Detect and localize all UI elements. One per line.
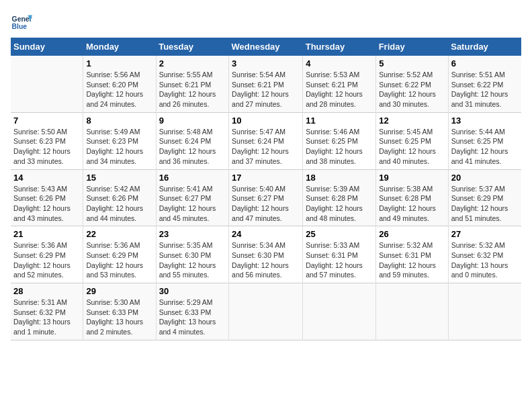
day-number: 9 bbox=[159, 116, 226, 126]
day-info: Sunrise: 5:39 AM Sunset: 6:28 PM Dayligh… bbox=[306, 184, 373, 224]
day-number: 1 bbox=[86, 58, 152, 68]
column-header-thursday: Thursday bbox=[303, 38, 376, 56]
day-info: Sunrise: 5:41 AM Sunset: 6:27 PM Dayligh… bbox=[159, 184, 226, 224]
svg-text:Blue: Blue bbox=[12, 23, 28, 30]
day-number: 2 bbox=[159, 58, 226, 68]
day-info: Sunrise: 5:48 AM Sunset: 6:24 PM Dayligh… bbox=[159, 127, 226, 167]
day-number: 12 bbox=[379, 116, 445, 126]
day-cell: 27Sunrise: 5:32 AM Sunset: 6:32 PM Dayli… bbox=[448, 226, 521, 283]
day-info: Sunrise: 5:36 AM Sunset: 6:29 PM Dayligh… bbox=[13, 240, 80, 280]
day-number: 3 bbox=[232, 58, 300, 68]
day-cell: 20Sunrise: 5:37 AM Sunset: 6:29 PM Dayli… bbox=[448, 169, 521, 226]
column-header-sunday: Sunday bbox=[11, 38, 83, 56]
column-header-saturday: Saturday bbox=[448, 38, 521, 56]
day-info: Sunrise: 5:29 AM Sunset: 6:33 PM Dayligh… bbox=[159, 298, 226, 337]
day-number: 17 bbox=[232, 173, 300, 183]
day-info: Sunrise: 5:33 AM Sunset: 6:31 PM Dayligh… bbox=[306, 240, 373, 280]
day-number: 18 bbox=[306, 173, 373, 183]
day-info: Sunrise: 5:31 AM Sunset: 6:32 PM Dayligh… bbox=[13, 298, 80, 337]
day-cell: 21Sunrise: 5:36 AM Sunset: 6:29 PM Dayli… bbox=[11, 226, 83, 283]
day-cell bbox=[448, 283, 521, 340]
day-cell: 5Sunrise: 5:52 AM Sunset: 6:22 PM Daylig… bbox=[376, 56, 449, 112]
day-info: Sunrise: 5:47 AM Sunset: 6:24 PM Dayligh… bbox=[232, 127, 300, 167]
header-row: SundayMondayTuesdayWednesdayThursdayFrid… bbox=[11, 38, 521, 56]
day-info: Sunrise: 5:45 AM Sunset: 6:25 PM Dayligh… bbox=[379, 127, 445, 167]
day-number: 21 bbox=[13, 229, 80, 239]
day-cell: 28Sunrise: 5:31 AM Sunset: 6:32 PM Dayli… bbox=[11, 283, 83, 340]
day-cell: 14Sunrise: 5:43 AM Sunset: 6:26 PM Dayli… bbox=[11, 169, 83, 226]
day-number: 24 bbox=[232, 229, 300, 239]
day-cell: 15Sunrise: 5:42 AM Sunset: 6:26 PM Dayli… bbox=[83, 169, 156, 226]
day-info: Sunrise: 5:30 AM Sunset: 6:33 PM Dayligh… bbox=[86, 298, 152, 337]
day-info: Sunrise: 5:49 AM Sunset: 6:23 PM Dayligh… bbox=[86, 127, 152, 167]
day-cell: 13Sunrise: 5:44 AM Sunset: 6:25 PM Dayli… bbox=[448, 112, 521, 169]
day-cell bbox=[303, 283, 376, 340]
column-header-tuesday: Tuesday bbox=[156, 38, 228, 56]
column-header-friday: Friday bbox=[376, 38, 449, 56]
day-number: 15 bbox=[86, 173, 152, 183]
day-info: Sunrise: 5:40 AM Sunset: 6:27 PM Dayligh… bbox=[232, 184, 300, 224]
day-number: 19 bbox=[379, 173, 445, 183]
day-number: 6 bbox=[451, 58, 519, 68]
day-number: 5 bbox=[379, 58, 445, 68]
day-number: 16 bbox=[159, 173, 226, 183]
day-number: 28 bbox=[13, 286, 80, 296]
day-cell: 1Sunrise: 5:56 AM Sunset: 6:20 PM Daylig… bbox=[83, 56, 156, 112]
day-number: 10 bbox=[232, 116, 300, 126]
day-number: 11 bbox=[306, 116, 373, 126]
day-info: Sunrise: 5:53 AM Sunset: 6:21 PM Dayligh… bbox=[306, 70, 373, 109]
day-info: Sunrise: 5:34 AM Sunset: 6:30 PM Dayligh… bbox=[232, 240, 300, 280]
day-number: 23 bbox=[159, 229, 226, 239]
day-cell: 7Sunrise: 5:50 AM Sunset: 6:23 PM Daylig… bbox=[11, 112, 83, 169]
day-number: 30 bbox=[159, 286, 226, 296]
day-cell: 11Sunrise: 5:46 AM Sunset: 6:25 PM Dayli… bbox=[303, 112, 376, 169]
day-info: Sunrise: 5:46 AM Sunset: 6:25 PM Dayligh… bbox=[306, 127, 373, 167]
day-cell: 12Sunrise: 5:45 AM Sunset: 6:25 PM Dayli… bbox=[376, 112, 449, 169]
day-number: 26 bbox=[379, 229, 445, 239]
week-row-3: 14Sunrise: 5:43 AM Sunset: 6:26 PM Dayli… bbox=[11, 169, 521, 226]
week-row-1: 1Sunrise: 5:56 AM Sunset: 6:20 PM Daylig… bbox=[11, 56, 521, 112]
day-number: 13 bbox=[451, 116, 519, 126]
day-number: 29 bbox=[86, 286, 152, 296]
day-cell: 30Sunrise: 5:29 AM Sunset: 6:33 PM Dayli… bbox=[156, 283, 228, 340]
week-row-2: 7Sunrise: 5:50 AM Sunset: 6:23 PM Daylig… bbox=[11, 112, 521, 169]
day-number: 14 bbox=[13, 173, 80, 183]
logo: General Blue bbox=[11, 11, 35, 32]
day-cell bbox=[11, 56, 83, 112]
calendar-table: SundayMondayTuesdayWednesdayThursdayFrid… bbox=[11, 38, 521, 340]
day-info: Sunrise: 5:36 AM Sunset: 6:29 PM Dayligh… bbox=[86, 240, 152, 280]
day-cell bbox=[376, 283, 449, 340]
day-info: Sunrise: 5:55 AM Sunset: 6:21 PM Dayligh… bbox=[159, 70, 226, 109]
day-cell: 29Sunrise: 5:30 AM Sunset: 6:33 PM Dayli… bbox=[83, 283, 156, 340]
day-cell: 16Sunrise: 5:41 AM Sunset: 6:27 PM Dayli… bbox=[156, 169, 228, 226]
day-number: 8 bbox=[86, 116, 152, 126]
day-cell: 25Sunrise: 5:33 AM Sunset: 6:31 PM Dayli… bbox=[303, 226, 376, 283]
day-cell: 19Sunrise: 5:38 AM Sunset: 6:28 PM Dayli… bbox=[376, 169, 449, 226]
day-cell: 10Sunrise: 5:47 AM Sunset: 6:24 PM Dayli… bbox=[229, 112, 303, 169]
day-info: Sunrise: 5:42 AM Sunset: 6:26 PM Dayligh… bbox=[86, 184, 152, 224]
day-cell: 26Sunrise: 5:32 AM Sunset: 6:31 PM Dayli… bbox=[376, 226, 449, 283]
column-header-monday: Monday bbox=[83, 38, 156, 56]
day-cell: 18Sunrise: 5:39 AM Sunset: 6:28 PM Dayli… bbox=[303, 169, 376, 226]
day-info: Sunrise: 5:37 AM Sunset: 6:29 PM Dayligh… bbox=[451, 184, 519, 224]
day-cell: 24Sunrise: 5:34 AM Sunset: 6:30 PM Dayli… bbox=[229, 226, 303, 283]
day-number: 20 bbox=[451, 173, 519, 183]
logo-icon: General Blue bbox=[11, 11, 32, 32]
day-cell: 6Sunrise: 5:51 AM Sunset: 6:22 PM Daylig… bbox=[448, 56, 521, 112]
day-info: Sunrise: 5:52 AM Sunset: 6:22 PM Dayligh… bbox=[379, 70, 445, 109]
day-number: 22 bbox=[86, 229, 152, 239]
page-header: General Blue bbox=[11, 11, 521, 32]
day-cell: 23Sunrise: 5:35 AM Sunset: 6:30 PM Dayli… bbox=[156, 226, 228, 283]
week-row-5: 28Sunrise: 5:31 AM Sunset: 6:32 PM Dayli… bbox=[11, 283, 521, 340]
day-number: 27 bbox=[451, 229, 519, 239]
day-cell: 2Sunrise: 5:55 AM Sunset: 6:21 PM Daylig… bbox=[156, 56, 228, 112]
day-info: Sunrise: 5:35 AM Sunset: 6:30 PM Dayligh… bbox=[159, 240, 226, 280]
day-info: Sunrise: 5:43 AM Sunset: 6:26 PM Dayligh… bbox=[13, 184, 80, 224]
day-number: 4 bbox=[306, 58, 373, 68]
day-cell: 4Sunrise: 5:53 AM Sunset: 6:21 PM Daylig… bbox=[303, 56, 376, 112]
day-info: Sunrise: 5:32 AM Sunset: 6:32 PM Dayligh… bbox=[451, 240, 519, 280]
day-cell: 8Sunrise: 5:49 AM Sunset: 6:23 PM Daylig… bbox=[83, 112, 156, 169]
day-cell: 3Sunrise: 5:54 AM Sunset: 6:21 PM Daylig… bbox=[229, 56, 303, 112]
day-number: 25 bbox=[306, 229, 373, 239]
column-header-wednesday: Wednesday bbox=[229, 38, 303, 56]
